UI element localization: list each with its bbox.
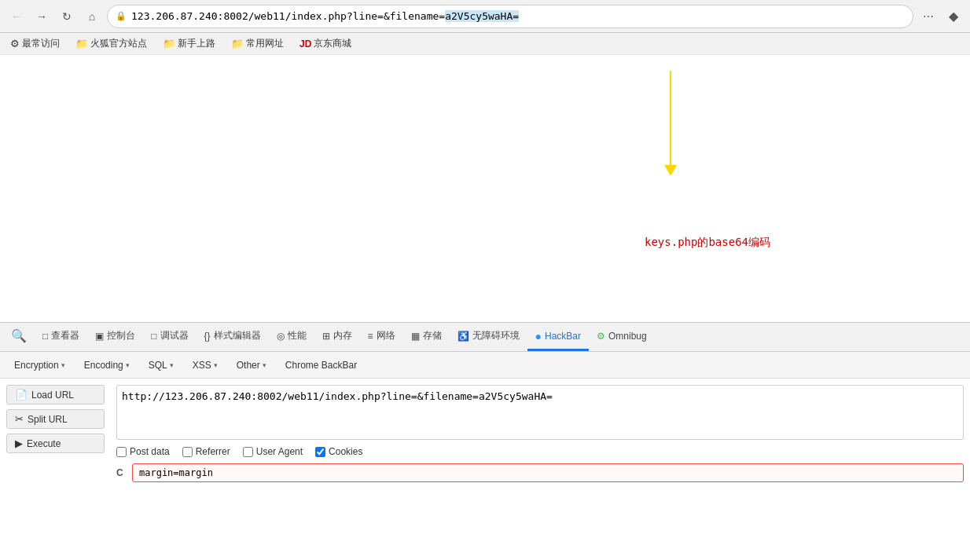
bookmark-common-label: 常用网址 bbox=[246, 37, 284, 50]
split-url-icon: ✂ bbox=[15, 413, 24, 425]
referrer-label: Referrer bbox=[196, 446, 230, 457]
split-url-button[interactable]: ✂ Split URL bbox=[6, 409, 105, 429]
sql-arrow: ▾ bbox=[170, 361, 174, 369]
browser-toolbar: ← → ↻ ⌂ 🔒 123.206.87.240:8002/web11/inde… bbox=[0, 0, 970, 33]
tab-storage-label: 存储 bbox=[423, 329, 442, 342]
tab-performance-label: 性能 bbox=[288, 329, 307, 342]
post-data-checkbox[interactable]: Post data bbox=[116, 446, 170, 457]
sql-label: SQL bbox=[149, 360, 167, 371]
tab-hackbar-label: HackBar bbox=[545, 331, 581, 342]
main-content: keys.php的base64编码 bbox=[0, 55, 970, 322]
bookmark-settings-label: 最常访问 bbox=[22, 37, 60, 50]
address-bar[interactable]: 🔒 123.206.87.240:8002/web11/index.php?li… bbox=[107, 5, 913, 28]
bookmark-firefox[interactable]: 📁 火狐官方站点 bbox=[72, 35, 151, 52]
memory-icon: ⊞ bbox=[322, 331, 330, 342]
inspect-icon: 🔍 bbox=[11, 328, 27, 343]
tab-viewer-label: 查看器 bbox=[51, 329, 79, 342]
console-icon: ▣ bbox=[95, 331, 104, 342]
tab-debugger-label: 调试器 bbox=[160, 329, 189, 342]
arrow-head bbox=[664, 165, 677, 176]
user-agent-label: User Agent bbox=[256, 446, 303, 457]
tab-inspect[interactable]: 🔍 bbox=[3, 323, 35, 351]
tab-omnibug[interactable]: ⚙ Omnibug bbox=[589, 323, 655, 351]
tab-network[interactable]: ≡ 网络 bbox=[360, 323, 403, 351]
bookmark-settings[interactable]: ⚙ 最常访问 bbox=[6, 35, 64, 52]
referrer-checkbox[interactable]: Referrer bbox=[182, 446, 230, 457]
bookmark-beginner-label: 新手上路 bbox=[178, 37, 215, 50]
back-button[interactable]: ← bbox=[6, 6, 27, 27]
user-agent-checkbox[interactable]: User Agent bbox=[243, 446, 303, 457]
hackbar-right-panel: http://123.206.87.240:8002/web11/index.p… bbox=[116, 385, 964, 557]
tab-performance[interactable]: ◎ 性能 bbox=[269, 323, 314, 351]
referrer-check[interactable] bbox=[182, 447, 193, 457]
extensions-button[interactable]: ◆ bbox=[943, 6, 964, 27]
url-input[interactable]: http://123.206.87.240:8002/web11/index.p… bbox=[116, 385, 964, 440]
cookies-checkbox[interactable]: Cookies bbox=[315, 446, 362, 457]
tab-hackbar[interactable]: ● HackBar bbox=[527, 323, 589, 351]
c-input[interactable] bbox=[132, 463, 964, 482]
hackbar-panel: Encryption ▾ Encoding ▾ SQL ▾ XSS ▾ Othe… bbox=[0, 352, 970, 560]
folder-icon-2: 📁 bbox=[163, 38, 175, 49]
execute-button[interactable]: ▶ Execute bbox=[6, 434, 105, 453]
arrow-indicator bbox=[664, 71, 677, 176]
menu-chrome-backbar[interactable]: Chrome BackBar bbox=[277, 357, 365, 373]
omnibug-icon: ⚙ bbox=[597, 331, 605, 342]
tab-console[interactable]: ▣ 控制台 bbox=[87, 323, 143, 351]
menu-xss[interactable]: XSS ▾ bbox=[185, 357, 226, 373]
folder-icon: 📁 bbox=[75, 38, 88, 49]
hackbar-menu: Encryption ▾ Encoding ▾ SQL ▾ XSS ▾ Othe… bbox=[0, 352, 970, 379]
tab-storage[interactable]: ▦ 存储 bbox=[403, 323, 450, 351]
network-icon: ≡ bbox=[368, 331, 373, 342]
hackbar-icon: ● bbox=[535, 330, 542, 342]
menu-encryption[interactable]: Encryption ▾ bbox=[6, 357, 73, 373]
settings-icon: ⚙ bbox=[10, 38, 20, 49]
folder-icon-3: 📁 bbox=[231, 38, 244, 49]
c-input-row: C bbox=[116, 463, 964, 482]
menu-other[interactable]: Other ▾ bbox=[229, 357, 274, 373]
annotation-text: keys.php的base64编码 bbox=[645, 236, 770, 250]
split-url-label: Split URL bbox=[28, 414, 68, 425]
xss-label: XSS bbox=[193, 360, 211, 371]
storage-icon: ▦ bbox=[411, 331, 420, 342]
bookmark-common[interactable]: 📁 常用网址 bbox=[227, 35, 288, 52]
performance-icon: ◎ bbox=[277, 331, 285, 342]
post-data-check[interactable] bbox=[116, 447, 127, 457]
bookmark-jd-label: 京东商城 bbox=[314, 37, 351, 50]
tab-console-label: 控制台 bbox=[107, 329, 135, 342]
encryption-arrow: ▾ bbox=[61, 361, 65, 369]
hackbar-body: 📄 Load URL ✂ Split URL ▶ Execute http://… bbox=[0, 379, 970, 560]
forward-button[interactable]: → bbox=[31, 6, 52, 27]
menu-encoding[interactable]: Encoding ▾ bbox=[76, 357, 138, 373]
execute-icon: ▶ bbox=[15, 437, 23, 449]
tab-accessibility-label: 无障碍环境 bbox=[472, 329, 520, 342]
hackbar-buttons: 📄 Load URL ✂ Split URL ▶ Execute bbox=[6, 385, 108, 557]
bookmark-jd[interactable]: JD 京东商城 bbox=[296, 35, 355, 52]
bookmark-beginner[interactable]: 📁 新手上路 bbox=[159, 35, 219, 52]
tab-style-editor-label: 样式编辑器 bbox=[214, 329, 261, 342]
menu-sql[interactable]: SQL ▾ bbox=[141, 357, 182, 373]
bookmark-firefox-label: 火狐官方站点 bbox=[90, 37, 147, 50]
tab-memory[interactable]: ⊞ 内存 bbox=[314, 323, 360, 351]
tab-style-editor[interactable]: {} 样式编辑器 bbox=[197, 323, 269, 351]
chrome-backbar-label: Chrome BackBar bbox=[285, 360, 357, 371]
home-button[interactable]: ⌂ bbox=[82, 6, 102, 27]
tab-viewer[interactable]: □ 查看器 bbox=[35, 323, 87, 351]
tab-accessibility[interactable]: ♿ 无障碍环境 bbox=[450, 323, 527, 351]
url-text: 123.206.87.240:8002/web11/index.php?line… bbox=[131, 10, 445, 22]
more-options-button[interactable]: ⋯ bbox=[918, 6, 939, 27]
address-text: 123.206.87.240:8002/web11/index.php?line… bbox=[131, 10, 519, 22]
tab-memory-label: 内存 bbox=[333, 329, 352, 342]
user-agent-check[interactable] bbox=[243, 447, 253, 457]
devtools-tabs: 🔍 □ 查看器 ▣ 控制台 □ 调试器 {} 样式编辑器 ◎ 性能 ⊞ 内存 ≡… bbox=[0, 322, 970, 352]
style-editor-icon: {} bbox=[204, 331, 211, 342]
tab-debugger[interactable]: □ 调试器 bbox=[143, 323, 196, 351]
load-url-button[interactable]: 📄 Load URL bbox=[6, 385, 105, 404]
cookies-check[interactable] bbox=[315, 447, 325, 457]
reload-button[interactable]: ↻ bbox=[57, 6, 77, 27]
c-label: C bbox=[116, 467, 127, 478]
accessibility-icon: ♿ bbox=[457, 331, 469, 342]
checkboxes-row: Post data Referrer User Agent Cookies bbox=[116, 446, 964, 457]
debugger-icon: □ bbox=[151, 331, 156, 342]
execute-label: Execute bbox=[27, 438, 61, 449]
cookies-label: Cookies bbox=[329, 446, 362, 457]
